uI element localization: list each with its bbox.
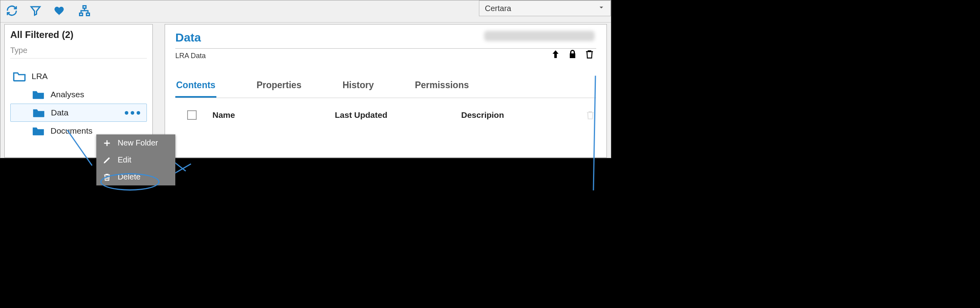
ctx-label: Delete [118,172,141,181]
lock-icon[interactable] [568,48,577,62]
col-last-updated[interactable]: Last Updated [335,110,461,120]
ctx-edit[interactable]: Edit [96,151,175,168]
svg-rect-1 [80,13,83,15]
breadcrumb: LRA Data [175,52,596,60]
tree-label: LRA [32,72,48,81]
upload-icon[interactable] [550,48,561,62]
tree-root-lra[interactable]: LRA [10,67,147,85]
tab-contents[interactable]: Contents [175,77,216,98]
tab-properties[interactable]: Properties [256,77,302,98]
pencil-icon [103,156,111,164]
blurred-metadata [484,31,595,41]
tree-item-data[interactable]: Data [10,104,147,122]
ctx-label: New Folder [118,138,158,147]
app-window: Certara All Filtered (2) Type LRA Analys… [0,0,611,158]
trash-icon [103,173,111,181]
ctx-label: Edit [118,155,131,164]
trash-icon[interactable] [584,48,595,62]
tab-permissions[interactable]: Permissions [414,77,470,98]
chevron-down-icon [598,4,605,13]
sidebar-title: All Filtered (2) [10,29,147,40]
divider [175,48,596,49]
tree-label: Data [51,108,68,117]
col-description[interactable]: Descripion [461,110,585,120]
tree-label: Analyses [51,90,84,99]
trash-column-icon [585,109,596,121]
select-all-checkbox[interactable] [187,110,197,120]
tenant-label: Certara [485,4,511,13]
ctx-delete[interactable]: Delete [96,168,175,185]
tabs: Contents Properties History Permissions [175,77,596,98]
ctx-new-folder[interactable]: New Folder [96,134,175,151]
svg-rect-2 [86,13,90,15]
filter-icon[interactable] [30,5,41,18]
table-header: Name Last Updated Descripion [175,107,596,123]
context-menu: New Folder Edit Delete [96,134,175,185]
hierarchy-icon[interactable] [78,5,91,18]
folder-icon [32,108,45,118]
tree-label: Documents [51,126,92,136]
action-icon-group [550,48,595,62]
folder-icon [32,89,45,100]
folder-icon [32,126,45,136]
row-actions-button[interactable] [125,111,144,115]
heart-icon[interactable] [53,5,66,18]
plus-icon [103,139,111,147]
tenant-dropdown[interactable]: Certara [479,0,611,16]
main-panel: Data LRA Data Contents Properties Histor… [165,24,607,158]
refresh-icon[interactable] [6,5,18,18]
tree-item-analyses[interactable]: Analyses [10,85,147,104]
svg-rect-0 [83,6,86,8]
folder-outline-icon [13,71,26,81]
tab-history[interactable]: History [342,77,374,98]
col-name[interactable]: Name [212,110,335,120]
type-filter-input[interactable]: Type [10,46,147,59]
